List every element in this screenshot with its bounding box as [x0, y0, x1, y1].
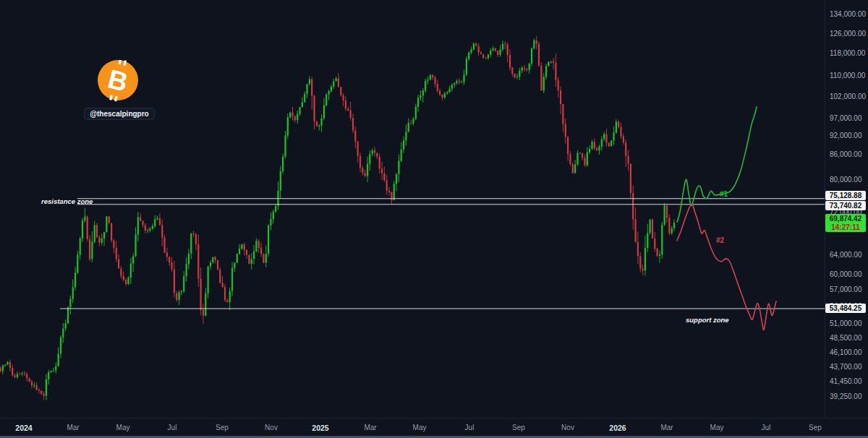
price-tick-label: 43,700.00 — [830, 363, 862, 371]
time-axis-month-label: May — [116, 424, 130, 431]
projection-1-label: #1 — [720, 190, 728, 198]
axis-separator-vertical — [825, 0, 825, 418]
candle-countdown-timer: 14:27:11 — [825, 223, 866, 232]
time-axis-month-label: Jul — [465, 424, 475, 431]
price-tick-label: 51,000.00 — [830, 319, 862, 327]
time-axis-month-label: Nov — [561, 424, 574, 431]
price-tick-label: 60,000.00 — [830, 270, 862, 278]
time-axis-month-label: May — [710, 424, 724, 431]
price-level-badge: 53,484.25 — [825, 304, 866, 313]
time-axis-month-label: Sep — [512, 424, 525, 431]
time-axis-year-label: 2024 — [15, 424, 32, 432]
price-level-badge: 73,740.82 — [825, 201, 866, 210]
projection-2-label: #2 — [716, 236, 724, 244]
price-tick-label: 110,000.00 — [830, 72, 865, 80]
bitcoin-icon: B — [80, 60, 159, 103]
price-tick-label: 126,000.00 — [830, 30, 866, 38]
time-axis-month-label: May — [413, 424, 427, 431]
axis-separator-horizontal — [0, 418, 868, 418]
time-axis-month-label: Jul — [762, 424, 771, 431]
price-tick-label: 118,000.00 — [830, 49, 865, 57]
projection-lines-layer — [677, 107, 776, 330]
price-tick-label: 39,250.00 — [830, 392, 862, 400]
price-tick-label: 57,000.00 — [830, 285, 862, 293]
time-axis-month-label: Sep — [809, 424, 822, 431]
price-tick-label: 97,000.00 — [830, 114, 862, 122]
price-tick-label: 102,000.00 — [830, 93, 866, 100]
price-tick-label: 64,000.00 — [830, 251, 862, 259]
price-level-badge: 75,128.88 — [825, 191, 866, 200]
resistance-zone-label: resistance zone — [41, 197, 93, 205]
watermark: B @thescalpingpro — [80, 60, 159, 120]
price-tick-label: 41,450.00 — [830, 377, 862, 385]
time-axis-month-label: Mar — [660, 424, 673, 431]
time-axis-year-label: 2026 — [609, 424, 626, 432]
price-tick-label: 86,000.00 — [830, 150, 862, 158]
time-axis-month-label: Nov — [265, 424, 278, 431]
current-price-badge: 69,874.4214:27:11 — [825, 214, 866, 232]
time-axis-month-label: Jul — [168, 424, 177, 431]
trading-chart-app: B @thescalpingpro resistance zone suppor… — [0, 0, 868, 438]
time-axis-year-label: 2025 — [312, 424, 328, 432]
time-axis-month-label: Mar — [364, 424, 376, 431]
time-axis-month-label: Sep — [216, 424, 229, 431]
price-tick-label: 48,500.00 — [830, 334, 862, 342]
price-tick-label: 46,100.00 — [830, 348, 862, 356]
watermark-handle: @thescalpingpro — [84, 108, 154, 120]
time-axis-month-label: Mar — [67, 424, 79, 431]
price-tick-label: 92,000.00 — [830, 132, 862, 139]
price-tick-label: 134,000.00 — [830, 10, 866, 18]
price-tick-label: 80,000.00 — [830, 176, 862, 184]
support-zone-label: support zone — [686, 316, 729, 324]
